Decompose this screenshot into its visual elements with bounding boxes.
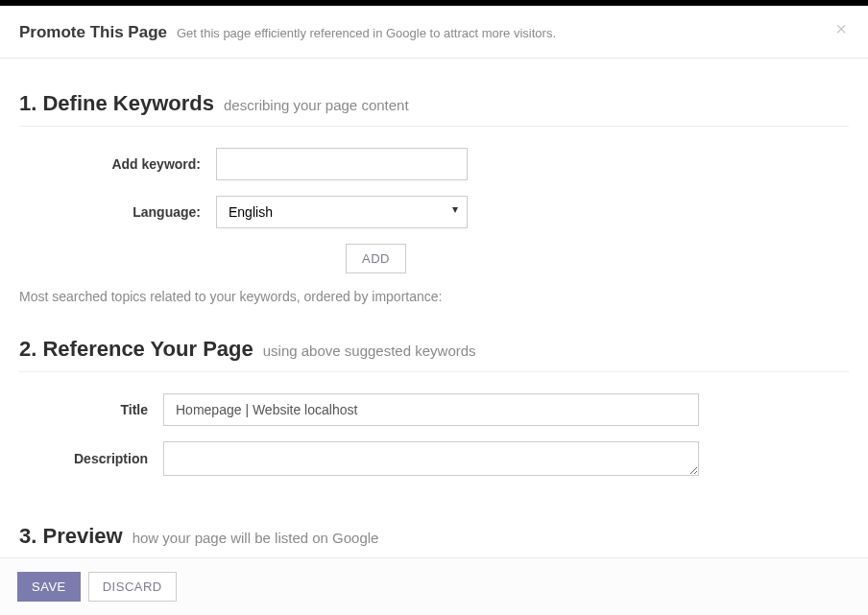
- promote-page-modal: Promote This Page Get this page efficien…: [0, 0, 868, 615]
- description-row: Description: [19, 441, 849, 476]
- modal-body[interactable]: 1. Define Keywords describing your page …: [0, 59, 868, 557]
- section-reference-page: 2. Reference Your Page using above sugge…: [19, 304, 849, 476]
- section-header: 2. Reference Your Page using above sugge…: [19, 337, 849, 372]
- modal-title: Promote This Page: [19, 23, 167, 42]
- section-desc: using above suggested keywords: [263, 343, 476, 359]
- language-row: Language: English: [19, 196, 849, 228]
- section-header: 1. Define Keywords describing your page …: [19, 91, 849, 127]
- section-title: 1. Define Keywords: [19, 91, 214, 116]
- title-input[interactable]: [163, 393, 699, 426]
- close-icon[interactable]: ×: [835, 19, 847, 38]
- section-title: 2. Reference Your Page: [19, 337, 253, 362]
- add-button[interactable]: ADD: [346, 244, 406, 273]
- language-select[interactable]: English: [216, 196, 468, 228]
- keyword-input[interactable]: [216, 148, 468, 180]
- section-title: 3. Preview: [19, 524, 123, 549]
- modal-header: Promote This Page Get this page efficien…: [0, 6, 868, 59]
- section-desc: how your page will be listed on Google: [133, 530, 379, 546]
- language-label: Language:: [19, 204, 216, 220]
- section-preview: 3. Preview how your page will be listed …: [19, 491, 849, 557]
- keyword-label: Add keyword:: [19, 156, 216, 172]
- title-label: Title: [19, 402, 163, 417]
- section-define-keywords: 1. Define Keywords describing your page …: [19, 59, 849, 304]
- add-button-row: ADD: [19, 244, 849, 273]
- discard-button[interactable]: DISCARD: [88, 572, 177, 602]
- modal-subtitle: Get this page efficiently referenced in …: [177, 26, 556, 40]
- section-desc: describing your page content: [224, 97, 409, 113]
- section-header: 3. Preview how your page will be listed …: [19, 524, 849, 557]
- modal-footer: SAVE DISCARD: [0, 557, 868, 615]
- save-button[interactable]: SAVE: [17, 572, 81, 602]
- description-label: Description: [19, 451, 163, 466]
- keywords-help-text: Most searched topics related to your key…: [19, 289, 849, 304]
- keyword-row: Add keyword:: [19, 148, 849, 180]
- description-input[interactable]: [163, 441, 699, 476]
- title-row: Title: [19, 393, 849, 426]
- language-select-wrap: English: [216, 196, 468, 228]
